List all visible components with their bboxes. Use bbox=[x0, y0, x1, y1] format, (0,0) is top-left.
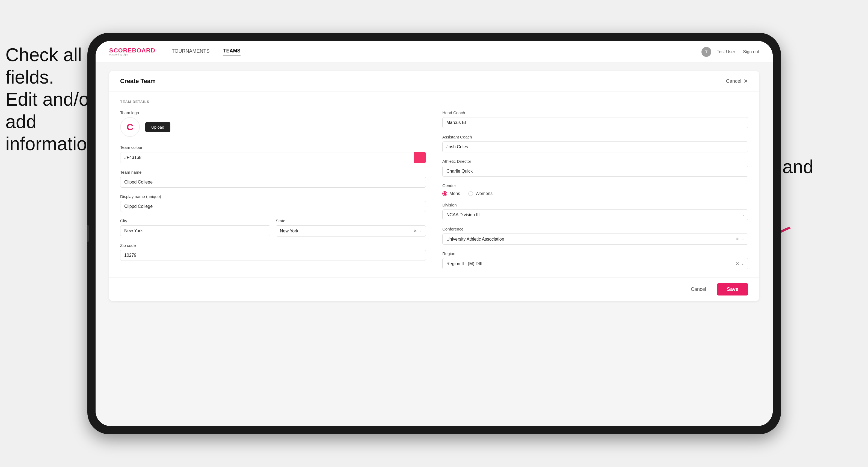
assistant-coach-input[interactable] bbox=[442, 142, 748, 152]
section-label: TEAM DETAILS bbox=[120, 100, 748, 104]
team-logo-group: Team logo C Upload bbox=[120, 110, 426, 138]
division-label: Division bbox=[442, 203, 748, 207]
state-select[interactable]: New York ✕ ⌄ bbox=[276, 225, 426, 237]
conference-value: University Athletic Association bbox=[446, 237, 734, 242]
state-group: State New York ✕ ⌄ bbox=[276, 218, 426, 237]
city-group: City bbox=[120, 218, 270, 237]
assistant-coach-group: Assistant Coach bbox=[442, 135, 748, 152]
division-select[interactable]: NCAA Division III bbox=[442, 210, 748, 220]
left-column: Team logo C Upload bbox=[120, 110, 426, 269]
logo-area: SCOREBOARD Powered by clippi bbox=[109, 48, 155, 56]
team-name-input[interactable] bbox=[120, 177, 426, 188]
user-text: Test User | bbox=[717, 50, 738, 54]
colour-input[interactable] bbox=[120, 152, 414, 163]
cancel-footer-button[interactable]: Cancel bbox=[685, 284, 712, 295]
logo-sub: Powered by clippi bbox=[109, 54, 155, 56]
card-body: TEAM DETAILS Team logo C bbox=[109, 92, 759, 277]
city-state-row: City State New York ✕ bbox=[120, 218, 426, 237]
womens-radio-dot[interactable] bbox=[468, 191, 473, 196]
region-label: Region bbox=[442, 251, 748, 256]
state-clear-icon[interactable]: ✕ bbox=[413, 228, 417, 234]
colour-input-row bbox=[120, 152, 426, 163]
conference-caret-icon[interactable]: ⌄ bbox=[741, 237, 744, 241]
display-name-input[interactable] bbox=[120, 201, 426, 212]
gender-group: Gender Mens Womens bbox=[442, 183, 748, 196]
save-button[interactable]: Save bbox=[717, 283, 748, 295]
card-header: Create Team Cancel ✕ bbox=[109, 71, 759, 92]
city-input[interactable] bbox=[120, 225, 270, 236]
head-coach-label: Head Coach bbox=[442, 110, 748, 115]
region-value: Region II - (M) DIII bbox=[446, 261, 734, 266]
zip-label: Zip code bbox=[120, 243, 426, 248]
display-name-group: Display name (unique) bbox=[120, 194, 426, 212]
nav-tournaments[interactable]: TOURNAMENTS bbox=[172, 48, 210, 55]
city-label: City bbox=[120, 218, 270, 223]
close-icon: ✕ bbox=[743, 78, 748, 84]
head-coach-group: Head Coach bbox=[442, 110, 748, 128]
logo-text: SCOREBOARD bbox=[109, 48, 155, 54]
tablet-frame: SCOREBOARD Powered by clippi TOURNAMENTS… bbox=[87, 33, 781, 434]
team-logo-label: Team logo bbox=[120, 110, 426, 115]
state-value: New York bbox=[280, 228, 411, 234]
logo-circle: C bbox=[120, 117, 140, 137]
app-content: SCOREBOARD Powered by clippi TOURNAMENTS… bbox=[96, 41, 773, 426]
athletic-director-input[interactable] bbox=[442, 166, 748, 177]
tablet-screen: SCOREBOARD Powered by clippi TOURNAMENTS… bbox=[96, 41, 773, 426]
region-clear-icon[interactable]: ✕ bbox=[736, 261, 739, 266]
colour-swatch[interactable] bbox=[414, 152, 426, 163]
card-footer: Cancel Save bbox=[109, 277, 759, 301]
region-group: Region Region II - (M) DIII ✕ ⌄ bbox=[442, 251, 748, 269]
navbar: SCOREBOARD Powered by clippi TOURNAMENTS… bbox=[96, 41, 773, 63]
team-colour-label: Team colour bbox=[120, 145, 426, 150]
create-team-card: Create Team Cancel ✕ TEAM DETAILS bbox=[109, 71, 759, 301]
card-title: Create Team bbox=[120, 77, 156, 85]
form-grid: Team logo C Upload bbox=[120, 110, 748, 269]
logo-letter: C bbox=[127, 122, 133, 132]
state-label: State bbox=[276, 218, 426, 223]
right-column: Head Coach Assistant Coach bbox=[442, 110, 748, 269]
athletic-director-label: Athletic Director bbox=[442, 159, 748, 164]
display-name-label: Display name (unique) bbox=[120, 194, 426, 199]
gender-radio-group: Mens Womens bbox=[442, 191, 748, 196]
conference-clear-icon[interactable]: ✕ bbox=[736, 237, 739, 242]
nav-teams[interactable]: TEAMS bbox=[223, 48, 241, 56]
mens-radio-dot[interactable] bbox=[442, 191, 447, 196]
zip-group: Zip code bbox=[120, 243, 426, 261]
womens-label: Womens bbox=[475, 191, 493, 196]
tablet-side-button bbox=[87, 225, 89, 242]
gender-mens-option[interactable]: Mens bbox=[442, 191, 460, 196]
nav-right: T Test User | Sign out bbox=[702, 47, 759, 57]
zip-input[interactable] bbox=[120, 250, 426, 261]
athletic-director-group: Athletic Director bbox=[442, 159, 748, 177]
division-select-wrapper: NCAA Division III ⌄ bbox=[442, 210, 748, 220]
division-group: Division NCAA Division III ⌄ bbox=[442, 203, 748, 220]
conference-select[interactable]: University Athletic Association ✕ ⌄ bbox=[442, 234, 748, 245]
sign-out-link[interactable]: Sign out bbox=[743, 50, 759, 54]
city-state-group: City State New York ✕ bbox=[120, 218, 426, 237]
nav-links: TOURNAMENTS TEAMS bbox=[172, 48, 241, 56]
head-coach-input[interactable] bbox=[442, 117, 748, 128]
user-avatar: T bbox=[702, 47, 711, 57]
conference-group: Conference University Athletic Associati… bbox=[442, 227, 748, 245]
team-name-label: Team name bbox=[120, 170, 426, 175]
gender-label: Gender bbox=[442, 183, 748, 188]
main-content: Create Team Cancel ✕ TEAM DETAILS bbox=[96, 63, 773, 426]
logo-upload-area: C Upload bbox=[120, 117, 426, 137]
cancel-header-button[interactable]: Cancel ✕ bbox=[726, 78, 748, 84]
region-caret-icon[interactable]: ⌄ bbox=[741, 262, 744, 266]
assistant-coach-label: Assistant Coach bbox=[442, 135, 748, 139]
team-colour-group: Team colour bbox=[120, 145, 426, 163]
gender-womens-option[interactable]: Womens bbox=[468, 191, 493, 196]
conference-label: Conference bbox=[442, 227, 748, 231]
mens-label: Mens bbox=[450, 191, 460, 196]
state-caret-icon[interactable]: ⌄ bbox=[419, 229, 422, 233]
upload-button[interactable]: Upload bbox=[145, 122, 170, 132]
team-name-group: Team name bbox=[120, 170, 426, 188]
region-select[interactable]: Region II - (M) DIII ✕ ⌄ bbox=[442, 258, 748, 269]
